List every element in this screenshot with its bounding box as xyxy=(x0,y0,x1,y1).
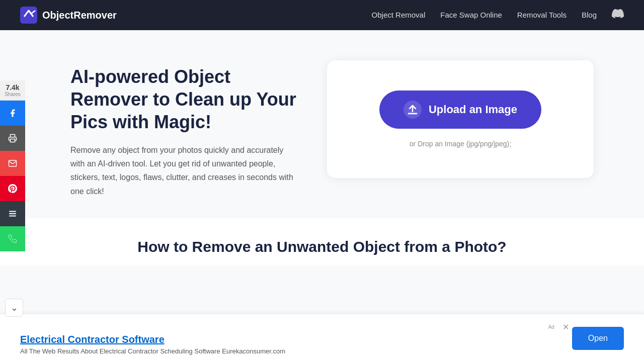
nav-removal-tools[interactable]: Removal Tools xyxy=(517,11,567,19)
nav-blog[interactable]: Blog xyxy=(582,11,597,19)
brand-name: ObjectRemover xyxy=(42,10,117,21)
upload-button[interactable]: Upload an Image xyxy=(379,90,541,129)
facebook-icon xyxy=(8,109,17,118)
nav-links: Object Removal Face Swap Online Removal … xyxy=(372,8,624,23)
nav-object-removal[interactable]: Object Removal xyxy=(372,11,426,19)
email-icon xyxy=(8,159,17,168)
buffer-share-button[interactable] xyxy=(0,201,25,226)
phone-share-button[interactable] xyxy=(0,226,25,251)
hero-section: AI-powered Object Remover to Clean up Yo… xyxy=(70,60,297,198)
drop-text: or Drop an Image (jpg/png/jpeg); xyxy=(410,140,511,148)
discord-icon[interactable] xyxy=(612,10,624,22)
email-share-button[interactable] xyxy=(0,151,25,176)
svg-rect-1 xyxy=(11,139,15,142)
logo-icon xyxy=(20,7,37,24)
main-content: AI-powered Object Remover to Clean up Yo… xyxy=(30,30,614,218)
nav-face-swap[interactable]: Face Swap Online xyxy=(440,11,502,19)
upload-button-label: Upload an Image xyxy=(429,103,517,116)
shares-label: Shares xyxy=(0,92,25,97)
how-to-section: How to Remove an Unwanted Object from a … xyxy=(0,218,644,265)
facebook-share-button[interactable] xyxy=(0,101,25,126)
social-sidebar: 7.4k Shares xyxy=(0,80,25,251)
buffer-icon xyxy=(8,209,17,218)
phone-icon xyxy=(8,234,17,243)
upload-area: Upload an Image or Drop an Image (jpg/pn… xyxy=(327,60,594,178)
upload-icon xyxy=(404,101,422,119)
pinterest-icon xyxy=(8,184,17,193)
navbar: ObjectRemover Object Removal Face Swap O… xyxy=(0,0,644,30)
brand-logo[interactable]: ObjectRemover xyxy=(20,7,117,24)
print-icon xyxy=(8,134,17,143)
svg-rect-3 xyxy=(408,112,418,115)
how-to-title: How to Remove an Unwanted Object from a … xyxy=(20,238,624,255)
print-share-button[interactable] xyxy=(0,126,25,151)
pinterest-share-button[interactable] xyxy=(0,176,25,201)
svg-rect-0 xyxy=(20,7,37,24)
share-count-block: 7.4k Shares xyxy=(0,80,25,101)
hero-description: Remove any object from your photos quick… xyxy=(70,143,297,198)
hero-title: AI-powered Object Remover to Clean up Yo… xyxy=(70,65,297,133)
share-count: 7.4k xyxy=(0,83,25,92)
